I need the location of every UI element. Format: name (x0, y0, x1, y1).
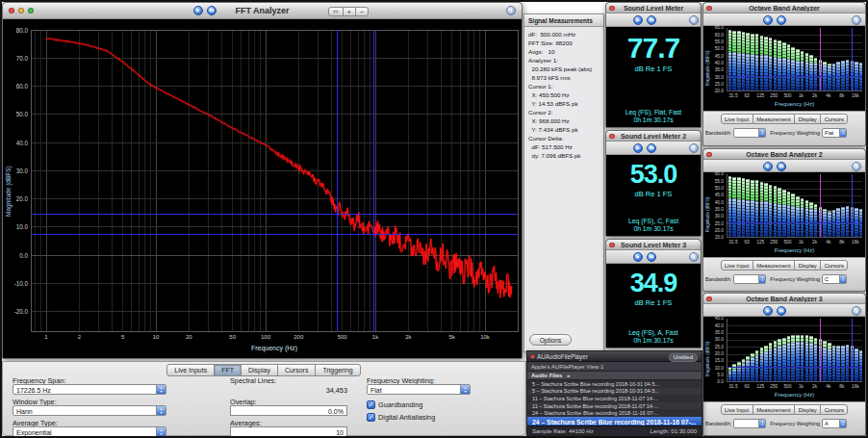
fft-titlebar[interactable]: ▶ ▮▮ FFT Analyzer ▭ + − i (3, 3, 522, 19)
pause-button[interactable]: ▮▮ (777, 15, 786, 25)
info-button[interactable]: i (506, 6, 516, 15)
octave-bar-blue (787, 205, 791, 237)
digital-antialiasing-checkbox[interactable]: ✓ Digital Antialiasing (367, 412, 521, 423)
octave-ytick-label: 35.0 (703, 207, 724, 212)
average-type-popup[interactable]: Exponential ▴▾ (13, 426, 166, 437)
octave-cursor-2-vline[interactable] (852, 28, 853, 90)
bandwidth-popup[interactable]: ▴▾ (733, 274, 766, 284)
fft-xtick-label: 10 (147, 334, 165, 340)
octave-cursor-2-vline[interactable] (852, 319, 853, 381)
frequency-weighting-popup[interactable]: C▴▾ (822, 274, 847, 284)
octave-tab-display[interactable]: Display (794, 114, 821, 124)
start-button[interactable]: ▶ (633, 15, 643, 25)
player-file-row[interactable]: 11 – Stachura Scribe Blue recording 2018… (527, 395, 702, 402)
octave-bar-blue (751, 200, 754, 237)
settings-tab-display[interactable]: Display (241, 364, 278, 376)
settings-tab-triggering[interactable]: Triggering (315, 364, 360, 376)
player-file-row[interactable]: 24 – Stachura Scribe Blue recording 2018… (527, 409, 702, 417)
octave-bar-blue (782, 345, 786, 381)
player-length: Length: 01:30.000 (651, 428, 697, 436)
frequency-span-stepper[interactable]: 17226.5 Hz ▴▾ (13, 384, 166, 395)
info-button[interactable]: i (852, 306, 861, 316)
octave-bar-blue (728, 372, 732, 381)
octave-widget-row: Bandwidth:▴▾Frequency WeightingA▴▾ (705, 418, 863, 429)
settings-tab-fft[interactable]: FFT (214, 364, 242, 376)
options-button[interactable]: Options (529, 334, 572, 346)
octave-tab-measurement[interactable]: Measurement (753, 260, 795, 271)
start-button[interactable]: ▶ (633, 143, 643, 153)
octave-cursor-hline[interactable] (728, 367, 862, 368)
stepper-arrows-icon[interactable]: ▴▾ (156, 385, 166, 394)
meter-mode: Leq (FS), A, Fast (628, 329, 677, 336)
popup-arrows-icon: ▴▾ (758, 275, 765, 283)
guardbanding-checkbox[interactable]: ✓ Guardbanding (367, 399, 521, 410)
averages-field[interactable]: 10 (230, 426, 347, 437)
overlap-field[interactable]: 0.0% (230, 405, 347, 416)
octave-tab-live-input[interactable]: Live Input (721, 260, 753, 271)
octave-tab-live-input[interactable]: Live Input (721, 404, 753, 415)
pause-button[interactable]: ▮▮ (777, 306, 786, 316)
zoom-out-button[interactable]: − (355, 7, 369, 16)
close-button[interactable] (530, 354, 535, 359)
octave-tab-measurement[interactable]: Measurement (753, 114, 795, 124)
fft-yaxis-label: Magnitude (dBFS) (5, 166, 12, 217)
frequency-weighting-popup[interactable]: Flat▴▾ (822, 128, 847, 138)
octave-tab-cursors[interactable]: Cursors (820, 404, 848, 415)
meter-toolbar: ▶▮▮i (606, 142, 701, 155)
sound-level-meter-window-2: Sound Level Meter 2▶▮▮i53.0dB Re 1 FSLeq… (605, 130, 702, 237)
octave-cursor-hline[interactable] (728, 222, 862, 223)
octave-cursor-vline[interactable] (820, 28, 821, 90)
player-file-row[interactable]: 11 – Stachura Scribe Blue recording 2018… (527, 402, 702, 410)
info-button[interactable]: i (852, 15, 861, 25)
octave-tab-display[interactable]: Display (794, 404, 821, 415)
octave-xaxis-label: Frequency (Hz) (727, 101, 862, 107)
player-file-row[interactable]: 5 – Stachura Scribe Blue recording 2018-… (527, 388, 702, 396)
player-list-header[interactable]: Audio Files » (527, 372, 702, 380)
start-button[interactable]: ▶ (763, 15, 773, 25)
fft-xtick-label: 500 (334, 334, 351, 340)
pause-button[interactable]: ▮▮ (777, 162, 786, 171)
meter-titlebar[interactable]: Sound Level Meter 3 (606, 240, 701, 250)
octave-titlebar[interactable]: Octave Band Analyzer 2 (703, 149, 865, 160)
octave-cursor-vline[interactable] (820, 174, 821, 237)
octave-bar-blue (760, 55, 764, 90)
pause-button[interactable]: ▮▮ (647, 143, 656, 153)
settings-tab-cursors[interactable]: Cursors (277, 364, 317, 376)
start-button[interactable]: ▶ (763, 162, 773, 171)
player-file-row[interactable]: 5 – Stachura Scribe Blue recording 2018-… (527, 380, 702, 388)
meter-titlebar[interactable]: Sound Level Meter (606, 3, 701, 13)
frequency-weighting-label: Frequency Weighting: (367, 376, 521, 384)
window-type-popup[interactable]: Hann ▴▾ (13, 405, 166, 416)
meter-titlebar[interactable]: Sound Level Meter 2 (606, 131, 701, 142)
octave-tab-cursors[interactable]: Cursors (820, 114, 848, 124)
bandwidth-popup[interactable]: ▴▾ (733, 419, 766, 428)
bandwidth-popup[interactable]: ▴▾ (733, 128, 766, 138)
octave-tab-display[interactable]: Display (794, 260, 821, 271)
pause-button[interactable]: ▮▮ (647, 252, 656, 262)
overlap-label: Overlap: (230, 398, 347, 405)
info-button[interactable]: i (689, 252, 699, 262)
octave-tab-measurement[interactable]: Measurement (753, 404, 795, 415)
octave-titlebar[interactable]: Octave Band Analyzer (703, 3, 865, 13)
frequency-weighting-popup[interactable]: Flat ▴▾ (367, 384, 471, 395)
octave-tab-cursors[interactable]: Cursors (820, 260, 848, 271)
start-button[interactable]: ▶ (633, 252, 643, 262)
fft-xtick-label: 1 (38, 334, 55, 340)
frequency-weighting-popup[interactable]: A▴▾ (822, 419, 847, 428)
info-button[interactable]: i (852, 162, 861, 171)
zoom-box-button[interactable]: ▭ (328, 7, 344, 16)
zoom-in-button[interactable]: + (343, 7, 356, 16)
player-titlebar[interactable]: AUAudioFilePlayer Untitled (527, 351, 702, 362)
meter-unit: dB Re 1 FS (635, 64, 673, 73)
info-button[interactable]: i (689, 15, 699, 25)
octave-cursor-hline[interactable] (728, 76, 862, 77)
pause-button[interactable]: ▮▮ (647, 15, 656, 25)
octave-cursor-2-vline[interactable] (852, 174, 853, 237)
octave-tab-live-input[interactable]: Live Input (721, 114, 753, 124)
octave-plot (727, 28, 862, 91)
info-button[interactable]: i (689, 143, 699, 153)
octave-cursor-vline[interactable] (820, 319, 821, 381)
octave-titlebar[interactable]: Octave Band Analyzer 3 (703, 294, 865, 304)
start-button[interactable]: ▶ (763, 306, 773, 316)
settings-tab-live-inputs[interactable]: Live Inputs (166, 364, 215, 376)
